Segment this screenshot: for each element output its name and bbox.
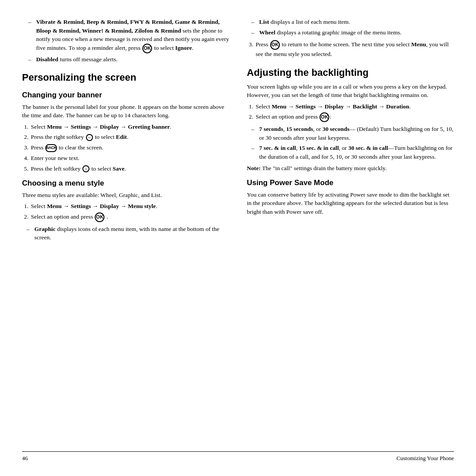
banner-step-4: Enter your new text. [30,154,229,163]
backlight-note: Note: The "in call" settings drain the b… [247,164,454,173]
menu-style-step-3: Press OK to return to the home screen. T… [255,40,454,59]
menu-style-intro: Three menu styles are available: Wheel, … [22,191,229,200]
ok-icon-home: OK [270,40,280,50]
top-bullets: Vibrate & Remind, Beep & Remind, FWY & R… [22,18,229,63]
power-save-text: You can conserve battery life by activat… [247,190,454,216]
bullet-graphic: Graphic displays icons of each menu item… [26,225,229,242]
menu-style-bullets-left: Graphic displays icons of each menu item… [26,225,229,242]
ok-icon-menu: OK [95,212,104,222]
banner-title: Changing your banner [22,90,229,101]
disabled-bold: Disabled [36,56,58,63]
menu-style-step-1: Select Menu → Settings → Display → Menu … [30,202,229,211]
banner-step-2: Press the right softkey – to select Edit… [30,133,229,141]
ignore-label: Ignore [175,45,192,51]
right-column: List displays a list of each menu item. … [247,18,454,447]
ok-icon-backlight: OK [320,112,329,122]
backlight-options: 7 seconds, 15 seconds, or 30 seconds— (D… [251,125,454,161]
footer: 46 Customizing Your Phone [22,451,454,463]
back-icon: BACK [45,144,57,152]
backlighting-steps: Select Menu → Settings → Display → Backl… [255,102,454,123]
bullet-vibrate-remind: Vibrate & Remind, Beep & Remind, FWY & R… [28,18,229,53]
menu-style-step-2: Select an option and press OK . [30,212,229,222]
banner-steps: Select Menu → Settings → Display → Greet… [30,123,229,173]
bullet-7sec: 7 seconds, 15 seconds, or 30 seconds— (D… [251,125,454,142]
footer-title: Customizing Your Phone [397,454,454,463]
personalizing-title: Personalizing the screen [22,71,229,85]
banner-step-5: Press the left softkey – to select Save. [30,164,229,173]
bullet-7sec-call: 7 sec. & in call, 15 sec. & in call, or … [251,144,454,161]
banner-step-3: Press BACK to clear the screen. [30,143,229,152]
menu-style-bullets-right: List displays a list of each menu item. … [251,18,454,37]
ok-icon-remind: OK [142,44,152,53]
backlight-step-1: Select Menu → Settings → Display → Backl… [255,102,454,111]
soft-btn-right: – [86,134,93,141]
bullet-list: List displays a list of each menu item. [251,18,454,26]
soft-btn-left: – [82,165,89,172]
content-area: Vibrate & Remind, Beep & Remind, FWY & R… [22,18,454,447]
banner-step-1: Select Menu → Settings → Display → Greet… [30,123,229,131]
vibrate-remind-bold: Vibrate & Remind, Beep & Remind, FWY & R… [36,19,219,34]
page: Vibrate & Remind, Beep & Remind, FWY & R… [0,0,476,476]
left-column: Vibrate & Remind, Beep & Remind, FWY & R… [22,18,229,447]
page-number: 46 [22,454,28,463]
menu-style-step-3-wrapper: Press OK to return to the home screen. T… [255,40,454,59]
backlight-step-2: Select an option and press OK: [255,112,454,122]
power-save-title: Using Power Save Mode [247,178,454,189]
banner-intro: The banner is the personal label for you… [22,103,229,120]
backlighting-intro: Your screen lights up while you are in a… [247,82,454,100]
backlighting-title: Adjusting the backlighting [247,66,454,80]
menu-style-steps: Select Menu → Settings → Display → Menu … [30,202,229,222]
bullet-wheel: Wheel displays a rotating graphic image … [251,28,454,37]
bullet-disabled: Disabled turns off message alerts. [28,55,229,64]
menu-style-title: Choosing a menu style [22,178,229,189]
